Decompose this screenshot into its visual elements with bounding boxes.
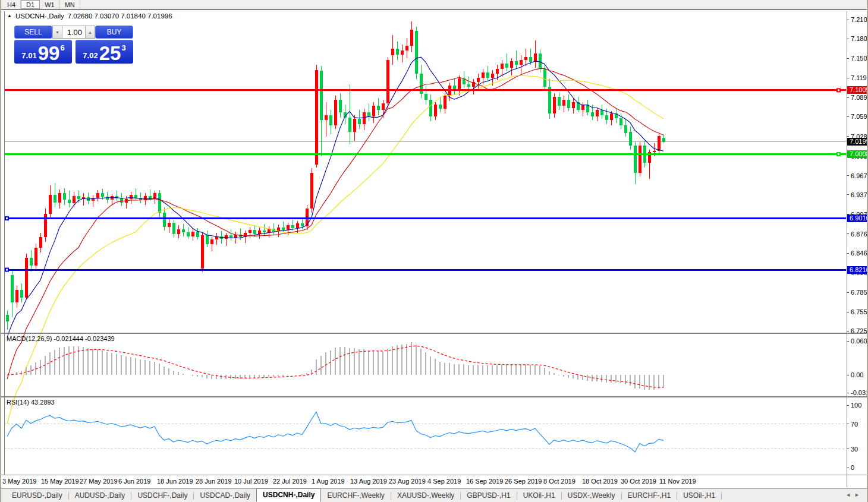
- tab-separator: [721, 492, 722, 500]
- candle-body: [249, 230, 251, 233]
- candle-body: [486, 72, 489, 78]
- candle-body: [134, 195, 137, 198]
- rsi-tick-label: 70: [851, 421, 858, 428]
- candle-body: [210, 239, 213, 244]
- candle-body: [301, 223, 304, 226]
- candle-body: [562, 100, 565, 106]
- candle-body: [605, 115, 608, 121]
- symbol-tab-bar: EURUSD-,DailyAUDUSD-,DailyUSDCHF-,DailyU…: [1, 488, 867, 502]
- buy-button[interactable]: BUY: [95, 26, 133, 39]
- tab-ukoil-h1[interactable]: UKOil-,H1: [517, 490, 561, 501]
- price-level-label: 7.01996: [847, 138, 867, 146]
- candle-body: [658, 136, 661, 151]
- candle-body: [567, 100, 570, 108]
- tab-eurchf-h1[interactable]: EURCHF-,H1: [622, 490, 677, 501]
- volume-input[interactable]: [62, 26, 85, 39]
- candle-body: [63, 193, 66, 200]
- candle-body: [34, 248, 37, 265]
- tab-usdx-weekly[interactable]: USDX-,Weekly: [562, 490, 621, 501]
- candle-body: [130, 195, 133, 200]
- candle-body: [315, 70, 318, 165]
- price-tick-mark: [847, 331, 849, 331]
- buy-price-panel[interactable]: 7.02 25 3: [76, 40, 133, 64]
- symbol-triangle-icon: ▲: [7, 14, 12, 18]
- candle-body: [439, 105, 442, 108]
- date-axis-label: 3 May 2019: [2, 478, 36, 485]
- date-axis-label: 18 Jun 2019: [157, 478, 193, 485]
- price-tick-mark: [847, 20, 849, 20]
- candle-body: [429, 100, 432, 116]
- candle-body: [358, 119, 361, 124]
- macd-splitter[interactable]: [1, 333, 868, 334]
- candle-body: [291, 225, 294, 228]
- candle-body: [467, 84, 470, 87]
- candle-body: [6, 315, 9, 321]
- candle-body: [77, 196, 80, 199]
- volume-decrease-button[interactable]: ▼: [52, 26, 62, 39]
- sell-price-big: 99: [38, 45, 60, 62]
- tab-scroll-left-icon[interactable]: ◄: [845, 492, 854, 498]
- tab-usoil-h1[interactable]: USOil-,H1: [677, 490, 721, 501]
- tab-gbpusd-h1[interactable]: GBPUSD-,H1: [461, 490, 516, 501]
- tab-scroll-arrows[interactable]: ◄►: [845, 492, 863, 498]
- candle-body: [444, 96, 446, 109]
- candle-body: [529, 57, 532, 62]
- chart-title: ▲ USDCNH-,Daily 7.02680 7.03070 7.01840 …: [7, 12, 172, 20]
- tab-eurchf-weekly[interactable]: EURCHF-,Weekly: [321, 490, 390, 501]
- hline-marker-dot: [6, 217, 8, 219]
- price-tick-label: 7.11960: [851, 74, 868, 81]
- date-axis-label: 15 May 2019: [41, 478, 79, 485]
- tab-usdcad-daily[interactable]: USDCAD-,Daily: [194, 490, 256, 501]
- candle-body: [339, 100, 342, 113]
- price-level-label: 7.00089: [847, 150, 867, 158]
- candle-body: [296, 223, 299, 228]
- tab-xauusd-weekly[interactable]: XAUUSD-,Weekly: [391, 490, 460, 501]
- candle-body: [596, 110, 599, 116]
- candle-body: [572, 102, 575, 108]
- candle-body: [353, 119, 356, 132]
- sell-price-prefix: 7.01: [21, 51, 36, 60]
- date-axis-label: 13 Aug 2019: [350, 478, 387, 485]
- candle-body: [581, 105, 584, 110]
- candle-body: [44, 214, 47, 237]
- candle-body: [520, 60, 523, 65]
- price-tick-mark: [847, 39, 849, 39]
- tab-usdchf-daily[interactable]: USDCHF-,Daily: [131, 490, 193, 501]
- candle-body: [510, 61, 513, 68]
- candle-body: [600, 110, 603, 115]
- candle-body: [177, 229, 180, 234]
- price-tick-label: 7.21050: [851, 16, 868, 23]
- candle-body: [653, 151, 656, 152]
- macd-tick-label: -0.031725: [851, 389, 868, 396]
- rsi-tick-mark: [847, 468, 849, 468]
- candle-body: [610, 113, 613, 120]
- sell-button[interactable]: SELL: [14, 26, 52, 39]
- tab-scroll-right-icon[interactable]: ►: [854, 492, 863, 498]
- candle-body: [258, 231, 261, 233]
- rsi-line: [7, 412, 663, 452]
- price-tick-mark: [847, 233, 849, 234]
- candle-body: [586, 105, 589, 112]
- buy-price-big: 25: [99, 45, 121, 62]
- tab-usdcnh-daily[interactable]: USDCNH-,Daily: [256, 488, 321, 502]
- date-axis-label: 22 Jul 2019: [273, 478, 307, 485]
- sell-price-panel[interactable]: 7.01 99 6: [14, 40, 72, 64]
- candle-body: [482, 72, 485, 78]
- tab-eurusd-daily[interactable]: EURUSD-,Daily: [6, 490, 68, 501]
- candle-body: [629, 132, 632, 146]
- price-tick-label: 6.75510: [851, 308, 868, 315]
- sell-price-sup: 6: [60, 43, 64, 52]
- candle-body: [329, 115, 332, 125]
- rsi-splitter[interactable]: [1, 396, 868, 397]
- volume-increase-button[interactable]: ▲: [85, 26, 95, 39]
- candle-body: [382, 103, 385, 110]
- price-tick-label: 7.15020: [851, 55, 868, 62]
- candle-body: [191, 232, 194, 236]
- candle-body: [524, 57, 527, 59]
- price-tick-mark: [847, 253, 849, 254]
- tab-audusd-daily[interactable]: AUDUSD-,Daily: [69, 490, 131, 501]
- plot-left-border: [4, 11, 5, 475]
- price-tick-mark: [847, 312, 849, 312]
- price-tick-label: 6.84690: [851, 250, 868, 257]
- candle-body: [310, 173, 313, 209]
